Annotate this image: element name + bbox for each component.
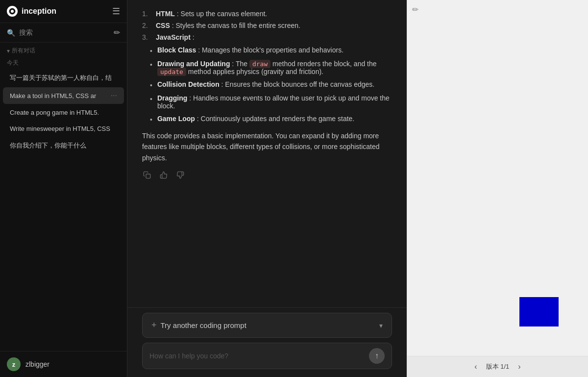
edit-icon[interactable]: ✏: [412, 5, 418, 14]
sidebar-item-4[interactable]: 你自我介绍下，你能干什么: [3, 137, 124, 154]
bullet-list: • Block Class : Manages the block's prop…: [142, 46, 392, 124]
coding-prompt-label: Try another coding prompt: [161, 321, 246, 329]
bullet-item-1: • Drawing and Updating : The draw method…: [150, 60, 392, 75]
blue-block: [519, 297, 559, 327]
search-label[interactable]: 搜索: [19, 28, 110, 37]
next-version-button[interactable]: ›: [515, 361, 523, 372]
bullet-dot: •: [150, 116, 152, 124]
sidebar-item-label-2: Create a pong game in HTML5.: [10, 109, 117, 116]
message-block: 1. HTML : Sets up the canvas element. 2.…: [142, 10, 392, 192]
thumbup-button[interactable]: [159, 170, 169, 182]
bullet-dot: •: [150, 95, 152, 103]
chat-input[interactable]: [149, 352, 369, 360]
bullet-item-2: • Collision Detection : Ensures the bloc…: [150, 80, 392, 89]
summary-text: This code provides a basic implementatio…: [142, 130, 392, 163]
list-item-1: 1. HTML : Sets up the canvas element.: [142, 10, 392, 18]
sidebar-header: inception ☰: [0, 0, 127, 23]
svg-rect-2: [146, 174, 150, 178]
bottom-bar: + Try another coding prompt ▾ ↑: [127, 307, 407, 377]
menu-icon[interactable]: ☰: [112, 6, 120, 17]
search-icon: 🔍: [7, 29, 15, 37]
bullet-dot: •: [150, 81, 152, 89]
coding-prompt-button[interactable]: + Try another coding prompt ▾: [142, 313, 392, 338]
list-item-3: 3. JavaScript :: [142, 33, 392, 41]
section-title: ▾ 所有对话: [7, 47, 120, 55]
numbered-list: 1. HTML : Sets up the canvas element. 2.…: [142, 10, 392, 41]
bullet-dot: •: [150, 47, 152, 55]
chevron-down-icon: ▾: [379, 322, 383, 329]
item-more-icon[interactable]: ···: [109, 91, 117, 100]
preview-canvas: ✏: [407, 0, 588, 356]
send-icon: ↑: [375, 352, 379, 360]
list-item-2: 2. CSS : Styles the canvas to fill the e…: [142, 22, 392, 29]
sidebar: inception ☰ 🔍 搜索 ✏ ▾ 所有对话 今天 写一篇关于苏轼的第一人…: [0, 0, 127, 377]
prev-version-button[interactable]: ‹: [471, 361, 480, 372]
sidebar-item-label-1: Make a tool in HTML5, CSS ar: [10, 92, 109, 100]
bullet-item-0: • Block Class : Manages the block's prop…: [150, 46, 392, 55]
svg-point-1: [11, 10, 14, 13]
sidebar-item-1[interactable]: Make a tool in HTML5, CSS ar ···: [3, 87, 124, 104]
preview-footer: ‹ 版本 1/1 ›: [407, 356, 588, 377]
bullet-item-4: • Game Loop : Continuously updates and r…: [150, 115, 392, 124]
chevron-down-icon: ▾: [7, 48, 10, 54]
logo-icon: [7, 6, 18, 17]
version-label: 版本 1/1: [486, 362, 510, 371]
copy-button[interactable]: [142, 170, 152, 182]
main-content: 1. HTML : Sets up the canvas element. 2.…: [127, 0, 407, 377]
preview-content: ✏: [407, 0, 588, 356]
send-button[interactable]: ↑: [369, 348, 385, 364]
bullet-item-3: • Dragging : Handles mouse events to all…: [150, 94, 392, 110]
plus-icon: +: [151, 320, 157, 330]
code-update: update: [157, 68, 186, 76]
thumbdown-button[interactable]: [175, 170, 185, 182]
sidebar-logo: inception: [7, 6, 56, 17]
new-chat-icon[interactable]: ✏: [114, 28, 120, 37]
username: zlbigger: [25, 360, 49, 368]
sidebar-item-3[interactable]: Write minesweeper in HTML5, CSS: [3, 121, 124, 136]
sidebar-search-row[interactable]: 🔍 搜索 ✏: [0, 23, 127, 43]
sidebar-item-label-0: 写一篇关于苏轼的第一人称自白，结: [10, 74, 117, 82]
sidebar-bottom: z zlbigger: [0, 351, 127, 377]
preview-panel: ✏ ‹ 版本 1/1 ›: [407, 0, 588, 377]
code-draw: draw: [249, 60, 270, 68]
bullet-dot: •: [150, 61, 152, 69]
app-name: inception: [22, 7, 56, 16]
date-label: 今天: [0, 57, 127, 69]
input-row: ↑: [142, 343, 392, 369]
sidebar-item-2[interactable]: Create a pong game in HTML5.: [3, 105, 124, 120]
message-actions: [142, 170, 392, 182]
avatar: z: [7, 357, 21, 371]
sidebar-item-0[interactable]: 写一篇关于苏轼的第一人称自白，结: [3, 70, 124, 86]
sidebar-item-label-3: Write minesweeper in HTML5, CSS: [10, 125, 117, 132]
chat-area: 1. HTML : Sets up the canvas element. 2.…: [127, 0, 407, 307]
sidebar-item-label-4: 你自我介绍下，你能干什么: [10, 141, 117, 150]
all-conversations-section: ▾ 所有对话: [0, 43, 127, 57]
